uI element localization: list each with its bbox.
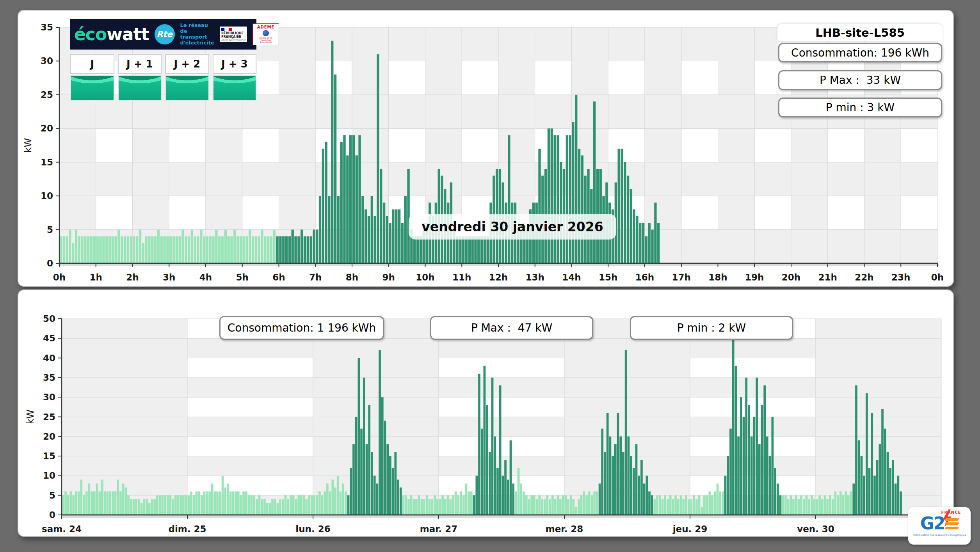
weekly-bar[interactable] bbox=[88, 484, 91, 515]
weekly-bar[interactable] bbox=[358, 358, 360, 515]
daily-bar[interactable] bbox=[185, 236, 187, 263]
weekly-bar[interactable] bbox=[672, 499, 674, 515]
weekly-bar[interactable] bbox=[263, 499, 266, 515]
weekly-bar[interactable] bbox=[774, 468, 776, 515]
weekly-bar[interactable] bbox=[499, 385, 502, 515]
weekly-bar[interactable] bbox=[405, 495, 407, 515]
weekly-bar[interactable] bbox=[520, 484, 522, 515]
weekly-bar[interactable] bbox=[366, 444, 368, 515]
daily-bar[interactable] bbox=[557, 135, 559, 263]
daily-bar[interactable] bbox=[474, 236, 477, 263]
daily-bar[interactable] bbox=[538, 149, 541, 263]
weekly-bar[interactable] bbox=[591, 495, 593, 515]
weekly-bar[interactable] bbox=[423, 499, 425, 515]
weekly-bar[interactable] bbox=[185, 495, 187, 515]
weekly-bar[interactable] bbox=[787, 499, 790, 515]
weekly-bar[interactable] bbox=[313, 495, 316, 515]
weekly-bar[interactable] bbox=[816, 499, 818, 515]
weekly-bar[interactable] bbox=[714, 492, 716, 515]
daily-bar[interactable] bbox=[407, 169, 409, 263]
weekly-bar[interactable] bbox=[575, 507, 577, 515]
weekly-bar[interactable] bbox=[135, 499, 137, 515]
weekly-bar[interactable] bbox=[546, 495, 549, 515]
weekly-bar[interactable] bbox=[782, 495, 784, 515]
daily-bar[interactable] bbox=[255, 236, 257, 263]
weekly-bar[interactable] bbox=[287, 499, 289, 515]
weekly-bar[interactable] bbox=[806, 495, 808, 515]
weekly-bar[interactable] bbox=[402, 495, 405, 515]
weekly-bar[interactable] bbox=[350, 468, 352, 515]
weekly-bar[interactable] bbox=[751, 437, 753, 515]
weekly-bar[interactable] bbox=[206, 492, 208, 515]
weekly-bar[interactable] bbox=[628, 437, 630, 515]
daily-bar[interactable] bbox=[60, 236, 62, 263]
weekly-bar[interactable] bbox=[643, 484, 646, 515]
weekly-bar[interactable] bbox=[674, 495, 677, 515]
daily-bar[interactable] bbox=[487, 236, 489, 263]
weekly-bar[interactable] bbox=[719, 492, 721, 515]
daily-bar[interactable] bbox=[325, 142, 327, 263]
weekly-bar[interactable] bbox=[148, 503, 151, 515]
daily-bar[interactable] bbox=[237, 236, 239, 263]
daily-bar[interactable] bbox=[624, 162, 626, 263]
weekly-bar[interactable] bbox=[321, 495, 324, 515]
weekly-bar[interactable] bbox=[557, 495, 559, 515]
weekly-bar[interactable] bbox=[434, 495, 436, 515]
weekly-bar[interactable] bbox=[693, 495, 695, 515]
weekly-bar[interactable] bbox=[475, 476, 478, 515]
weekly-bar[interactable] bbox=[798, 499, 800, 515]
weekly-bar[interactable] bbox=[418, 495, 420, 515]
weekly-bar[interactable] bbox=[125, 488, 127, 515]
weekly-bar[interactable] bbox=[523, 492, 525, 515]
tab-j-plus-2[interactable]: J + 2 bbox=[165, 54, 209, 74]
weekly-bar[interactable] bbox=[127, 495, 130, 515]
weekly-bar[interactable] bbox=[887, 452, 889, 515]
daily-bar[interactable] bbox=[178, 236, 181, 263]
daily-bar[interactable] bbox=[203, 236, 205, 263]
weekly-bar[interactable] bbox=[484, 366, 486, 515]
weekly-bar[interactable] bbox=[507, 479, 509, 515]
weekly-bar[interactable] bbox=[394, 452, 397, 515]
weekly-bar[interactable] bbox=[502, 476, 504, 515]
weekly-bar[interactable] bbox=[879, 444, 881, 515]
weekly-bar[interactable] bbox=[392, 468, 394, 515]
daily-bar[interactable] bbox=[279, 236, 281, 263]
daily-bar[interactable] bbox=[395, 209, 397, 263]
weekly-bar[interactable] bbox=[211, 484, 213, 515]
weekly-bar[interactable] bbox=[227, 484, 229, 515]
daily-bar[interactable] bbox=[413, 236, 416, 263]
weekly-bar[interactable] bbox=[119, 492, 122, 515]
weekly-bar[interactable] bbox=[85, 492, 88, 515]
weekly-bar[interactable] bbox=[512, 484, 514, 515]
weekly-bar[interactable] bbox=[352, 444, 355, 515]
weekly-bar[interactable] bbox=[340, 492, 342, 515]
weekly-bar[interactable] bbox=[355, 417, 357, 515]
daily-bar[interactable] bbox=[191, 230, 193, 263]
weekly-bar[interactable] bbox=[62, 495, 64, 515]
weekly-bar[interactable] bbox=[397, 479, 399, 515]
daily-bar[interactable] bbox=[459, 236, 461, 263]
weekly-bar[interactable] bbox=[407, 499, 410, 515]
weekly-bar[interactable] bbox=[792, 499, 795, 515]
daily-bar[interactable] bbox=[361, 196, 364, 263]
daily-bar[interactable] bbox=[374, 216, 376, 263]
daily-bar[interactable] bbox=[566, 135, 568, 263]
daily-bar[interactable] bbox=[84, 236, 86, 263]
daily-bar[interactable] bbox=[245, 236, 248, 263]
daily-bar[interactable] bbox=[404, 196, 407, 263]
daily-bar[interactable] bbox=[63, 236, 65, 263]
weekly-bar[interactable] bbox=[609, 437, 612, 515]
weekly-bar[interactable] bbox=[648, 492, 651, 515]
daily-bar[interactable] bbox=[309, 236, 312, 263]
weekly-bar[interactable] bbox=[824, 495, 826, 515]
weekly-bar[interactable] bbox=[727, 456, 729, 515]
tab-j-plus-3[interactable]: J + 3 bbox=[213, 54, 257, 74]
weekly-bar[interactable] bbox=[465, 484, 468, 515]
weekly-bar[interactable] bbox=[214, 492, 216, 515]
weekly-bar[interactable] bbox=[240, 495, 242, 515]
daily-bar[interactable] bbox=[371, 196, 373, 263]
weekly-bar[interactable] bbox=[342, 484, 344, 515]
weekly-bar[interactable] bbox=[156, 495, 158, 515]
weekly-bar[interactable] bbox=[439, 499, 441, 515]
daily-bar[interactable] bbox=[581, 155, 583, 263]
